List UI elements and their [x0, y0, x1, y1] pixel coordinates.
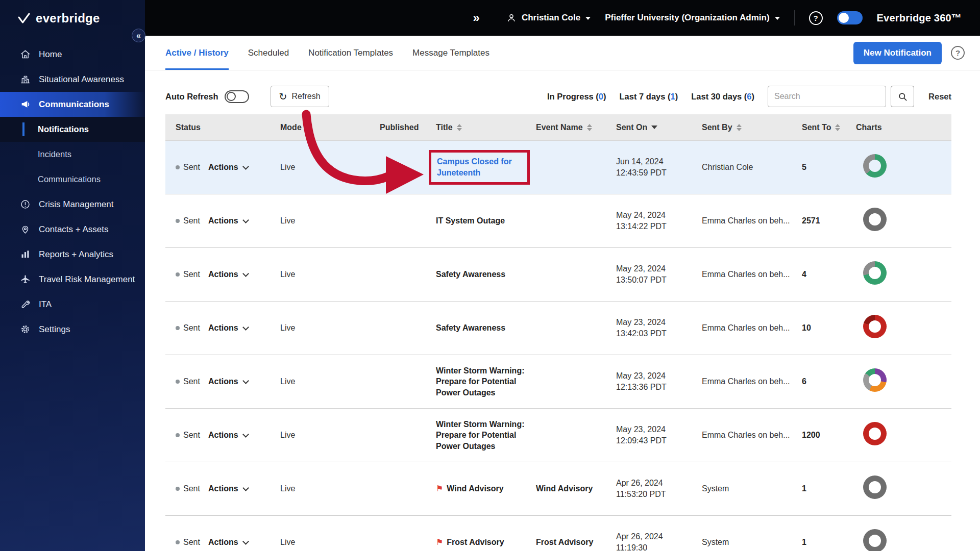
help-icon[interactable]: ?	[951, 46, 965, 60]
everbridge360-toggle[interactable]	[837, 11, 863, 24]
sent-by-cell: Christian Cole	[702, 162, 802, 173]
delivery-donut-chart[interactable]	[863, 315, 887, 338]
actions-label: Actions	[208, 162, 238, 173]
actions-dropdown[interactable]: Actions	[208, 376, 248, 387]
notifications-table: StatusModePublishedTitleEvent NameSent O…	[165, 114, 951, 551]
column-header-event-name[interactable]: Event Name	[536, 123, 616, 132]
delivery-donut-chart[interactable]	[863, 422, 887, 445]
sidebar-item-label: Contacts + Assets	[39, 224, 109, 235]
delivery-donut-chart[interactable]	[863, 154, 887, 178]
column-header-label: Published	[380, 123, 419, 132]
tab-message-templates[interactable]: Message Templates	[412, 36, 489, 70]
status-cell: SentActions	[176, 215, 280, 227]
bar-chart-icon	[19, 249, 31, 260]
delivery-donut-chart[interactable]	[863, 475, 887, 499]
sidebar-item-reports-analytics[interactable]: Reports + Analytics	[0, 242, 145, 267]
sidebar-item-home[interactable]: Home	[0, 42, 145, 67]
sort-icon[interactable]	[737, 124, 742, 131]
filter-in-progress[interactable]: In Progress0	[547, 92, 606, 102]
column-header-sent-by[interactable]: Sent By	[702, 123, 802, 132]
org-menu[interactable]: Pfieffer University (Organization Admin)	[605, 13, 779, 23]
sidebar-item-communications[interactable]: Communications	[0, 92, 145, 117]
user-name: Christian Cole	[522, 13, 580, 23]
column-header-charts: Charts	[856, 123, 951, 132]
sidebar-collapse-button[interactable]: «	[132, 29, 145, 42]
map-pin-icon	[19, 224, 31, 235]
delivery-donut-chart[interactable]	[863, 208, 887, 231]
table-row[interactable]: SentActionsLiveSafety AwarenessMay 23, 2…	[165, 302, 951, 355]
filter-last-7-days[interactable]: Last 7 days1	[620, 92, 678, 102]
actions-dropdown[interactable]: Actions	[208, 537, 248, 548]
user-menu[interactable]: Christian Cole	[506, 13, 591, 23]
delivery-donut-chart[interactable]	[863, 368, 887, 392]
column-header-sent-on[interactable]: Sent On	[616, 123, 702, 132]
sidebar-item-contacts-assets[interactable]: Contacts + Assets	[0, 217, 145, 242]
table-row[interactable]: SentActionsLiveWinter Storm Warning: Pre…	[165, 409, 951, 462]
notification-title-link[interactable]: ⚑Wind Advisory	[436, 484, 504, 493]
status-label: Sent	[183, 322, 200, 334]
table-row[interactable]: SentActionsLiveSafety AwarenessMay 23, 2…	[165, 248, 951, 302]
actions-dropdown[interactable]: Actions	[208, 322, 248, 334]
actions-dropdown[interactable]: Actions	[208, 269, 248, 280]
table-row[interactable]: SentActionsLiveCampus Closed for Junetee…	[165, 141, 951, 194]
sort-icon[interactable]	[457, 124, 462, 131]
sort-icon[interactable]	[587, 124, 592, 131]
tab-active-history[interactable]: Active / History	[165, 36, 229, 70]
sidebar-item-settings[interactable]: Settings	[0, 317, 145, 342]
notification-title-link[interactable]: Winter Storm Warning: Prepare for Potent…	[436, 420, 524, 450]
sort-icon[interactable]	[835, 124, 840, 131]
sidebar-item-situational-awareness[interactable]: Situational Awareness	[0, 67, 145, 92]
notification-title-link[interactable]: Winter Storm Warning: Prepare for Potent…	[436, 366, 524, 397]
toggle-knob	[839, 13, 849, 23]
column-header-title[interactable]: Title	[436, 123, 536, 132]
sort-icon[interactable]	[651, 126, 657, 129]
table-row[interactable]: SentActionsLive⚑Wind AdvisoryWind Adviso…	[165, 462, 951, 516]
notification-title-link[interactable]: IT System Outage	[436, 216, 505, 225]
new-notification-button[interactable]: New Notification	[853, 42, 942, 64]
reset-button[interactable]: Reset	[928, 92, 951, 102]
notification-title-link[interactable]: Safety Awareness	[436, 270, 505, 279]
tab-notification-templates[interactable]: Notification Templates	[308, 36, 393, 70]
notification-title-link[interactable]: ⚑Frost Advisory	[436, 538, 504, 546]
sent-to-cell: 2571	[802, 215, 856, 227]
title-cell: ⚑Frost Advisory	[436, 537, 536, 548]
actions-dropdown[interactable]: Actions	[208, 162, 248, 173]
status-dot-icon	[176, 272, 180, 277]
sent-on-cell: Jun 14, 2024 12:43:59 PDT	[616, 156, 702, 178]
filter-last-30-days[interactable]: Last 30 days6	[691, 92, 754, 102]
search-button[interactable]	[891, 86, 914, 107]
actions-dropdown[interactable]: Actions	[208, 483, 248, 494]
sidebar-item-ita[interactable]: ITA	[0, 292, 145, 317]
column-header-sent-to[interactable]: Sent To	[802, 123, 856, 132]
sent-to-cell: 5	[802, 162, 856, 173]
actions-dropdown[interactable]: Actions	[208, 430, 248, 441]
sort-desc-arrow	[737, 128, 742, 131]
sidebar-item-crisis-management[interactable]: Crisis Management	[0, 192, 145, 217]
search-input[interactable]	[768, 86, 886, 107]
sidebar-item-communications-sub[interactable]: Communications	[0, 167, 145, 192]
expand-icon[interactable]: »	[473, 11, 480, 25]
notification-title-link[interactable]: Campus Closed for Juneteenth	[429, 150, 530, 184]
actions-dropdown[interactable]: Actions	[208, 215, 248, 227]
table-row[interactable]: SentActionsLive⚑Frost AdvisoryFrost Advi…	[165, 516, 951, 551]
sent-by-cell: System	[702, 537, 802, 548]
sidebar-item-incidents[interactable]: Incidents	[0, 142, 145, 167]
delivery-donut-chart[interactable]	[863, 529, 887, 551]
everbridge-logo: everbridge	[0, 0, 145, 35]
help-icon[interactable]: ?	[809, 11, 823, 25]
delivery-donut-chart[interactable]	[863, 261, 887, 285]
sidebar-item-travel-risk[interactable]: Travel Risk Management	[0, 267, 145, 292]
chevron-down-icon	[242, 324, 249, 331]
title-cell: Campus Closed for Juneteenth	[436, 150, 536, 184]
refresh-button[interactable]: ↻ Refresh	[271, 86, 329, 107]
table-row[interactable]: SentActionsLiveIT System OutageMay 24, 2…	[165, 194, 951, 248]
sent-on-cell: May 23, 2024 12:13:36 PDT	[616, 370, 702, 392]
sidebar-item-notifications[interactable]: Notifications	[0, 117, 145, 142]
title-cell: IT System Outage	[436, 215, 536, 227]
table-row[interactable]: SentActionsLiveWinter Storm Warning: Pre…	[165, 355, 951, 409]
column-header-mode: Mode	[280, 123, 380, 132]
sent-on-cell: Apr 26, 2024 11:19:30	[616, 531, 702, 551]
notification-title-link[interactable]: Safety Awareness	[436, 323, 505, 332]
tab-scheduled[interactable]: Scheduled	[248, 36, 289, 70]
auto-refresh-toggle[interactable]	[225, 90, 249, 103]
